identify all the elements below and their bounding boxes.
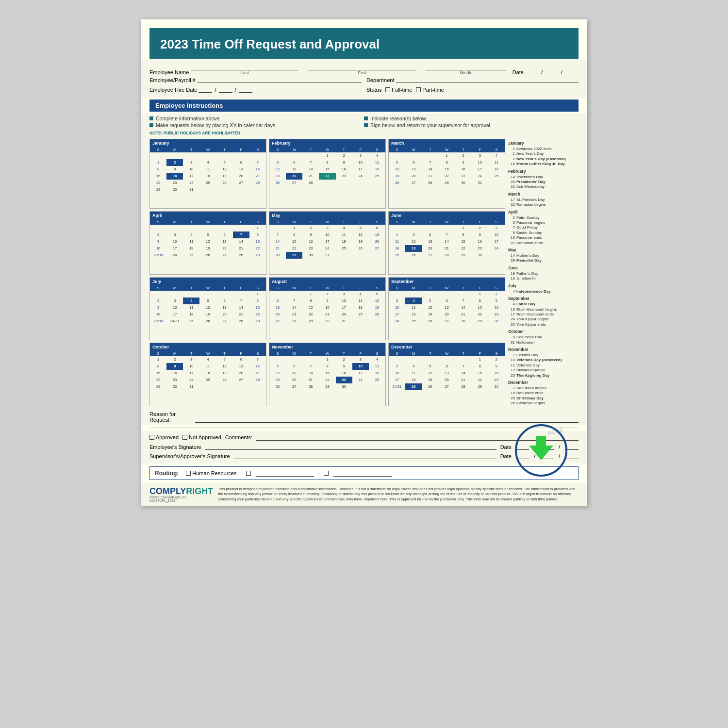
cal-cell[interactable]: 6 <box>216 232 233 238</box>
cal-cell[interactable]: 19 <box>389 173 405 180</box>
cal-cell[interactable]: 30 <box>302 252 319 259</box>
cal-cell[interactable]: 27 <box>216 252 233 259</box>
cal-cell[interactable]: 3 <box>389 298 405 304</box>
cal-cell[interactable]: 3 <box>352 152 369 159</box>
cal-cell[interactable] <box>233 291 249 298</box>
cal-cell[interactable]: 20 <box>216 245 233 252</box>
cal-cell[interactable]: 14 <box>249 363 266 370</box>
cal-cell[interactable]: 2 <box>166 356 183 363</box>
cal-cell[interactable]: 26 <box>269 180 286 186</box>
cal-cell[interactable]: 3 <box>352 356 369 363</box>
cal-cell[interactable]: 22 <box>438 173 455 180</box>
cal-cell[interactable]: 31 <box>472 180 488 186</box>
cal-cell[interactable]: 15 <box>302 304 319 311</box>
cal-cell[interactable]: 25 <box>405 383 422 390</box>
cal-cell[interactable]: 17 <box>352 166 369 173</box>
cal-cell[interactable]: 3 <box>389 363 405 370</box>
cal-cell[interactable]: 23 <box>166 377 183 383</box>
cal-cell[interactable]: 20 <box>233 173 249 180</box>
cal-cell[interactable]: 13 <box>286 370 302 377</box>
cal-cell[interactable]: 26 <box>422 383 438 390</box>
cal-cell[interactable]: 7 <box>269 232 286 238</box>
cal-cell[interactable] <box>286 291 302 298</box>
cal-cell[interactable]: 16 <box>488 370 505 377</box>
cal-cell[interactable]: 4 <box>183 298 199 304</box>
cal-cell[interactable]: 19 <box>216 370 233 377</box>
cal-cell[interactable]: 18 <box>369 166 385 173</box>
cal-cell[interactable]: 18 <box>199 173 216 180</box>
cal-cell[interactable]: 5 <box>269 363 286 370</box>
cal-cell[interactable]: 11 <box>183 304 199 311</box>
cal-cell[interactable]: 16 <box>336 166 352 173</box>
cal-cell[interactable]: 6 <box>422 232 438 238</box>
cal-cell[interactable]: 21 <box>302 377 319 383</box>
cal-cell[interactable]: 11 <box>405 304 422 311</box>
cal-cell[interactable]: 29 <box>150 383 166 390</box>
cal-cell[interactable]: 27 <box>269 318 286 325</box>
cal-cell[interactable] <box>249 383 266 390</box>
cal-cell[interactable]: 8 <box>302 298 319 304</box>
cal-cell[interactable]: 12 <box>269 166 286 173</box>
cal-cell[interactable]: 6 <box>438 298 455 304</box>
cal-cell[interactable]: 9 <box>336 363 352 370</box>
cal-cell[interactable]: 29 <box>150 186 166 193</box>
cal-cell[interactable]: 17 <box>183 173 199 180</box>
cal-cell[interactable]: 12 <box>422 304 438 311</box>
cal-cell[interactable]: 7 <box>233 298 249 304</box>
cal-cell[interactable]: 8 <box>472 363 488 370</box>
cal-cell[interactable]: 30 <box>336 383 352 390</box>
cal-cell[interactable]: 20 <box>286 377 302 383</box>
cal-cell[interactable]: 19 <box>199 311 216 318</box>
cal-cell[interactable]: 14 <box>233 238 249 245</box>
cal-cell[interactable]: 30 <box>455 180 472 186</box>
cal-cell[interactable]: 15 <box>319 370 335 377</box>
cal-cell[interactable]: 27 <box>405 180 422 186</box>
cal-cell[interactable]: 10 <box>352 363 369 370</box>
cal-cell[interactable] <box>216 291 233 298</box>
cal-cell[interactable]: 29 <box>472 318 488 325</box>
cal-cell[interactable]: 13 <box>438 370 455 377</box>
cal-cell[interactable] <box>150 225 166 232</box>
cal-cell[interactable]: 11 <box>369 363 385 370</box>
cal-cell[interactable]: 19 <box>269 173 286 180</box>
cal-cell[interactable]: 15 <box>249 304 266 311</box>
cal-cell[interactable]: 10 <box>389 370 405 377</box>
cal-cell[interactable]: 1 <box>319 356 335 363</box>
cal-cell[interactable] <box>166 291 183 298</box>
cal-cell[interactable]: 23 <box>166 180 183 186</box>
cal-cell[interactable] <box>389 225 405 232</box>
cal-cell[interactable]: 31 <box>183 383 199 390</box>
cal-cell[interactable]: 7 <box>302 159 319 166</box>
cal-cell[interactable]: 3 <box>183 356 199 363</box>
hire-year-field[interactable] <box>239 86 252 93</box>
cal-cell[interactable]: 23 <box>455 173 472 180</box>
cal-cell[interactable] <box>166 152 183 159</box>
employee-sig-field[interactable] <box>205 443 496 450</box>
cal-cell[interactable] <box>369 383 385 390</box>
cal-cell[interactable]: 7 <box>286 298 302 304</box>
cal-cell[interactable] <box>216 383 233 390</box>
cal-cell[interactable]: 27 <box>233 180 249 186</box>
cal-cell[interactable]: 7 <box>302 363 319 370</box>
cal-cell[interactable] <box>249 152 266 159</box>
cal-cell[interactable]: 17 <box>166 311 183 318</box>
cal-cell[interactable]: 8 <box>249 298 266 304</box>
cal-cell[interactable]: 30 <box>488 383 505 390</box>
cal-cell[interactable] <box>233 152 249 159</box>
cal-cell[interactable]: 27 <box>286 383 302 390</box>
cal-cell[interactable]: 3 <box>166 232 183 238</box>
cal-cell[interactable]: 21 <box>249 370 266 377</box>
cal-cell[interactable]: 30 <box>319 318 335 325</box>
cal-cell[interactable]: 9 <box>302 232 319 238</box>
cal-cell[interactable] <box>369 252 385 259</box>
cal-cell[interactable] <box>286 356 302 363</box>
fulltime-check-box[interactable] <box>385 87 390 92</box>
cal-cell[interactable] <box>455 356 472 363</box>
cal-cell[interactable]: 2 <box>455 152 472 159</box>
cal-cell[interactable]: 12 <box>269 370 286 377</box>
cal-cell[interactable]: 21 <box>455 377 472 383</box>
cal-cell[interactable]: 1 <box>249 291 266 298</box>
cal-cell[interactable]: 5 <box>216 159 233 166</box>
cal-cell[interactable]: 6 <box>369 225 385 232</box>
cal-cell[interactable]: 19 <box>269 377 286 383</box>
